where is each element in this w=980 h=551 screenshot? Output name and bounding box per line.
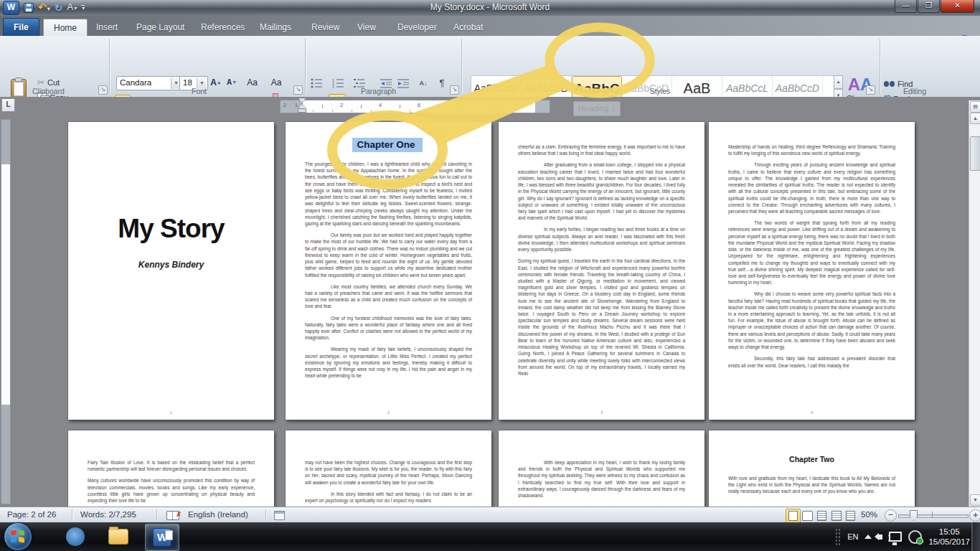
vertical-scrollbar[interactable]: ▤ ▲ ▼ — [969, 100, 980, 507]
document-title: My Story — [68, 214, 274, 244]
firefox-icon — [66, 527, 85, 546]
word-count[interactable]: Words: 2/7,295 — [80, 507, 136, 523]
tab-home[interactable]: Home — [43, 19, 88, 37]
clipboard-dialog-launcher[interactable]: ↘ — [98, 85, 108, 95]
clear-formatting-button[interactable]: Aa — [268, 75, 284, 90]
tab-page-layout[interactable]: Page Layout — [126, 19, 194, 36]
window-controls: — ❐ ✕ — [894, 0, 974, 13]
view-draft-button[interactable] — [843, 509, 858, 523]
show-hide-pilcrow-button[interactable]: ¶ — [433, 75, 451, 90]
tab-stop-selector[interactable]: L — [1, 98, 15, 112]
page-indicator[interactable]: Page: 2 of 26 — [7, 507, 56, 523]
paragraph: With deep appreciation in my heart, I wi… — [518, 459, 685, 499]
language-indicator[interactable]: English (Ireland) — [188, 507, 248, 523]
tab-mailings[interactable]: Mailings — [250, 19, 301, 36]
zoom-percentage[interactable]: 50% — [861, 507, 877, 523]
sync-status-icon[interactable] — [908, 530, 922, 544]
taskbar: W EN 15:05 15/05/2017 — [0, 522, 980, 551]
cut-button[interactable]: ✂Cut — [37, 77, 60, 88]
document-page-8[interactable]: Chapter TwoWith love and gratitude from … — [709, 430, 915, 507]
vertical-ruler[interactable] — [1, 119, 11, 504]
paragraph: Like most country families, we attended … — [305, 283, 472, 310]
view-print-layout-button[interactable] — [786, 509, 801, 523]
horizontal-ruler[interactable]: 246810 — [302, 100, 537, 113]
left-indent-icon[interactable] — [298, 108, 306, 113]
page-body-text: Mastership of hands on healing, third de… — [728, 143, 895, 374]
maximize-button[interactable]: ❐ — [918, 0, 940, 13]
document-page-4[interactable]: Mastership of hands on healing, third de… — [709, 122, 915, 420]
indent-markers[interactable] — [298, 98, 306, 113]
volume-icon[interactable] — [878, 534, 882, 540]
style-sample: AaBbC — [573, 81, 621, 97]
tab-acrobat[interactable]: Acrobat — [443, 19, 493, 36]
clock-date: 15/05/2017 — [928, 537, 970, 547]
ruler-number: 8 — [456, 102, 459, 108]
scroll-up-icon[interactable]: ▲ — [970, 113, 980, 124]
page-body-text: may not have been the highest choices. C… — [305, 459, 472, 507]
network-icon[interactable] — [889, 532, 902, 542]
font-group-label: Font — [165, 87, 233, 95]
view-full-screen-button[interactable] — [800, 509, 815, 523]
scrollbar-thumb[interactable] — [970, 136, 980, 171]
paragraph: The two words of weight that sprang fort… — [728, 220, 895, 286]
bullets-button[interactable] — [310, 75, 327, 90]
view-outline-button[interactable] — [829, 509, 844, 523]
tab-view[interactable]: View — [347, 19, 386, 36]
font-dialog-launcher[interactable]: ↘ — [293, 85, 303, 95]
zoom-slider-thumb[interactable] — [910, 510, 918, 521]
document-page-3[interactable]: cheerful as a clam. Embracing the femini… — [499, 122, 705, 420]
paragraph-dialog-launcher[interactable]: ↘ — [450, 85, 459, 95]
window-title: My Story.docx - Microsoft Word — [0, 2, 980, 12]
start-button[interactable] — [4, 523, 32, 550]
taskbar-word-button[interactable]: W — [145, 524, 179, 551]
ruler-number: 2 — [340, 102, 343, 108]
style-sample: AaBbCcL — [722, 80, 772, 96]
paragraph: During my spiritual quest, I traveled th… — [518, 258, 685, 377]
paragraph: Mastership of hands on healing, third de… — [728, 143, 895, 156]
styles-scroll-up-icon[interactable]: ▴ — [834, 75, 843, 89]
hanging-indent-icon[interactable] — [298, 104, 306, 108]
tab-references[interactable]: References — [191, 19, 255, 36]
paragraph: cheerful as a clam. Embracing the femini… — [518, 143, 685, 156]
document-page-1[interactable]: My StoryKennys Bindery1 — [68, 122, 274, 420]
scissors-icon: ✂ — [37, 77, 44, 88]
paragraph: Our family was poor but we worked hard a… — [305, 232, 472, 278]
tab-file[interactable]: File — [3, 18, 39, 37]
zoom-in-icon[interactable]: ＋ — [969, 509, 980, 522]
zoom-out-icon[interactable]: − — [885, 509, 897, 522]
page-body-text: The youngest of six children, I was a li… — [305, 161, 472, 385]
show-desktop-button[interactable] — [971, 522, 980, 551]
taskbar-grip[interactable] — [835, 528, 841, 545]
document-area[interactable]: My StoryKennys Bindery1The youngest of s… — [0, 117, 980, 507]
document-page-2[interactable]: The youngest of six children, I was a li… — [286, 122, 491, 420]
style-sample: AaBbCcD — [471, 80, 521, 96]
taskbar-clock[interactable]: 15:05 15/05/2017 — [928, 527, 970, 547]
styles-dialog-launcher[interactable]: ↘ — [866, 85, 875, 95]
taskbar-firefox-button[interactable] — [59, 524, 92, 550]
ruler-right-margin[interactable] — [535, 100, 550, 113]
document-page-7[interactable]: With deep appreciation in my heart, I wi… — [499, 430, 705, 507]
clock-time: 15:05 — [928, 527, 970, 537]
first-line-indent-icon[interactable] — [298, 98, 306, 103]
sort-button[interactable]: A↓ — [415, 75, 432, 90]
tab-review[interactable]: Review — [301, 19, 349, 36]
show-hidden-icons-icon[interactable] — [864, 534, 872, 539]
close-button[interactable]: ✕ — [941, 0, 974, 13]
minimize-button[interactable]: — — [895, 0, 917, 13]
language-bar[interactable]: EN — [847, 532, 858, 541]
title-bar[interactable]: W ↶ ↻ A My Story.docx - Microsoft Word —… — [0, 0, 980, 16]
document-page-6[interactable]: may not have been the highest choices. C… — [286, 430, 491, 507]
taskbar-explorer-button[interactable] — [102, 524, 135, 550]
change-case-button[interactable]: Aa — [244, 75, 264, 90]
paragraph: The youngest of six children, I was a li… — [305, 161, 472, 227]
folder-icon — [108, 529, 128, 545]
ruler-number: 10 — [494, 102, 500, 108]
view-web-layout-button[interactable] — [814, 509, 829, 523]
view-ruler-toggle-icon[interactable]: ▤ — [970, 101, 980, 113]
tab-insert[interactable]: Insert — [86, 19, 128, 36]
scroll-down-icon[interactable]: ▼ — [970, 494, 980, 506]
paragraph: Wearing my mask of fairy tale beliefs, I… — [305, 346, 472, 379]
document-page-5[interactable]: Fairy Tale Illusion of Love. It is based… — [68, 430, 274, 507]
tab-developer[interactable]: Developer — [387, 19, 447, 36]
zoom-slider-track[interactable] — [898, 514, 969, 518]
